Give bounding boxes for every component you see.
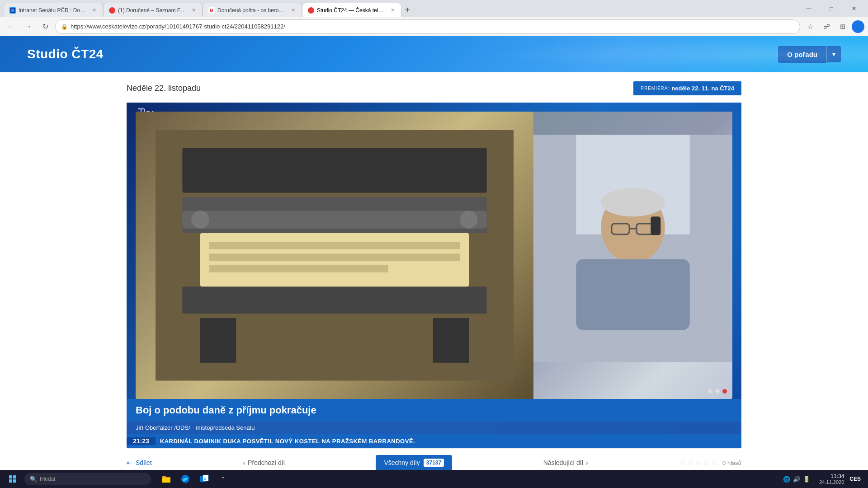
back-button[interactable]: ← xyxy=(4,19,18,34)
taskbar-app-edge[interactable] xyxy=(176,470,194,488)
taskbar-app-explorer[interactable] xyxy=(157,470,175,488)
overlay-subtitle: Jiří Oberfalzer /ODS/ místopředseda Sená… xyxy=(127,422,741,434)
taskbar-search[interactable]: 🔍 Hledat xyxy=(24,473,151,485)
tab-2[interactable]: (1) Doručené – Seznam Email ✕ xyxy=(103,3,203,17)
tab-3-label: Doručená pošta - os.beroun@g... xyxy=(217,7,286,14)
system-tray: 🌐 🔊 🔋 xyxy=(779,476,814,483)
tab-2-label: (1) Doručené – Seznam Email xyxy=(118,7,186,14)
video-inner: 24 15 let pro vás xyxy=(127,103,741,448)
person-title: místopředseda Senátu xyxy=(196,424,255,431)
person-visual xyxy=(533,112,732,399)
favorites-icon[interactable]: ☆ xyxy=(803,19,817,34)
next-episode-button[interactable]: Následující díl › xyxy=(543,459,588,466)
video-overlay-bottom: Boj o podobu daně z příjmu pokračuje Jiř… xyxy=(127,399,741,448)
tray-icons: ⌃ xyxy=(217,476,229,483)
video-left xyxy=(136,112,533,399)
star-5[interactable]: ☆ xyxy=(712,459,718,467)
profile-button[interactable]: 👤 xyxy=(852,20,864,33)
browser-frame: Intranet Senátu PČR : Domovsks ✕ (1) Dor… xyxy=(0,0,868,488)
ticker-text: KARDINÁL DOMINIK DUKA POSVĚTIL NOVÝ KOST… xyxy=(160,438,415,445)
star-rating: ☆ ☆ ☆ ☆ ☆ 0 hlasů xyxy=(679,459,741,467)
rec-dot-2 xyxy=(715,389,720,394)
taskbar: 🔍 Hledat xyxy=(0,470,868,488)
share-icon: ⇤ xyxy=(127,459,132,466)
svg-rect-9 xyxy=(209,253,460,261)
svg-point-15 xyxy=(191,211,209,229)
print-machine-visual xyxy=(136,112,533,399)
o-poradu-dropdown-button[interactable]: ▾ xyxy=(826,46,841,62)
episode-meta: Neděle 22. listopadu PREMIÉRA: neděle 22… xyxy=(127,81,741,95)
svg-rect-30 xyxy=(162,478,170,483)
person-name: Jiří Oberfalzer /ODS/ xyxy=(136,424,190,431)
star-1[interactable]: ☆ xyxy=(679,459,685,467)
refresh-button[interactable]: ↻ xyxy=(38,19,52,34)
prev-arrow-icon: ‹ xyxy=(243,459,245,466)
tab-4[interactable]: Studio ČT24 — Česká televize ✕ xyxy=(302,3,401,17)
o-poradu-button[interactable]: O pořadu xyxy=(778,46,826,63)
prev-label: Předchozí díl xyxy=(248,459,285,466)
browser-toolbar: ← → ↻ 🔒 https://www.ceskatelevize.cz/por… xyxy=(0,17,868,36)
start-button[interactable] xyxy=(4,470,22,488)
taskbar-time: 11:34 xyxy=(830,473,844,479)
premiere-text: neděle 22. 11. na ČT24 xyxy=(671,85,734,92)
taskbar-right: 🌐 🔊 🔋 11:34 24.11.2020 CES xyxy=(779,473,864,485)
recording-dots xyxy=(708,389,727,394)
toolbar-icons: ☆ ☍ ⊞ 👤 xyxy=(803,19,864,34)
svg-rect-10 xyxy=(209,265,388,272)
all-label: Všechny díly xyxy=(384,459,420,466)
address-bar[interactable]: 🔒 https://www.ceskatelevize.cz/porady/10… xyxy=(55,19,800,34)
tab-1-close[interactable]: ✕ xyxy=(91,6,97,14)
ticker-time: 21:23 xyxy=(127,437,156,445)
maximize-button[interactable]: □ xyxy=(821,0,842,17)
search-placeholder: Hledat xyxy=(40,476,56,482)
svg-rect-11 xyxy=(182,286,486,313)
tray-up-arrow-icon[interactable]: ⌃ xyxy=(221,476,226,483)
tab-3[interactable]: M Doručená pošta - os.beroun@g... ✕ xyxy=(203,3,302,17)
taskbar-apps: O xyxy=(157,470,213,488)
window-controls: — □ ✕ xyxy=(795,0,868,17)
tab-1[interactable]: Intranet Senátu PČR : Domovsks ✕ xyxy=(4,3,103,17)
svg-rect-8 xyxy=(209,242,460,249)
taskbar-date: 24.11.2020 xyxy=(819,479,844,485)
battery-icon: 🔋 xyxy=(803,476,810,483)
svg-rect-13 xyxy=(433,318,469,363)
lock-icon: 🔒 xyxy=(61,23,68,30)
svg-point-20 xyxy=(601,188,665,216)
taskbar-app-outlook[interactable]: O xyxy=(195,470,213,488)
video-container[interactable]: 24 15 let pro vás xyxy=(127,103,741,448)
extensions-icon[interactable]: ⊞ xyxy=(835,19,850,34)
votes-label: 0 hlasů xyxy=(722,460,741,466)
svg-rect-12 xyxy=(200,318,236,363)
tab-4-close[interactable]: ✕ xyxy=(390,6,396,14)
tab-3-close[interactable]: ✕ xyxy=(290,6,296,14)
episode-date: Neděle 22. listopadu xyxy=(127,84,201,93)
search-icon: 🔍 xyxy=(30,476,37,483)
next-label: Následující díl xyxy=(543,459,583,466)
star-2[interactable]: ☆ xyxy=(687,459,693,467)
close-button[interactable]: ✕ xyxy=(844,0,864,17)
svg-rect-14 xyxy=(182,211,486,229)
episode-count-badge: 37137 xyxy=(424,459,444,467)
star-4[interactable]: ☆ xyxy=(703,459,710,467)
new-tab-button[interactable]: + xyxy=(401,3,414,17)
rec-dot-3 xyxy=(722,389,727,394)
forward-button[interactable]: → xyxy=(21,19,35,34)
collections-icon[interactable]: ☍ xyxy=(819,19,834,34)
share-label: Sdílet xyxy=(136,459,152,466)
ces-label: CES xyxy=(849,476,861,482)
volume-icon: 🔊 xyxy=(793,476,800,483)
ct24-header: Studio ČT24 O pořadu ▾ xyxy=(0,36,868,72)
share-button[interactable]: ⇤ Sdílet xyxy=(127,459,152,466)
tab-2-close[interactable]: ✕ xyxy=(191,6,197,14)
tab-1-label: Intranet Senátu PČR : Domovsks xyxy=(19,7,87,14)
network-icon: 🌐 xyxy=(783,476,790,483)
star-3[interactable]: ☆ xyxy=(695,459,702,467)
page-body: Neděle 22. listopadu PREMIÉRA: neděle 22… xyxy=(0,72,868,486)
svg-rect-28 xyxy=(576,259,689,330)
o-poradu-group: O pořadu ▾ xyxy=(778,46,841,63)
prev-episode-button[interactable]: ‹ Předchozí díl xyxy=(243,459,284,466)
all-episodes-button[interactable]: Všechny díly 37137 xyxy=(376,455,452,470)
overlay-headline: Boj o podobu daně z příjmu pokračuje xyxy=(127,399,741,422)
minimize-button[interactable]: — xyxy=(798,0,819,17)
url-text: https://www.ceskatelevize.cz/porady/1010… xyxy=(71,23,285,30)
